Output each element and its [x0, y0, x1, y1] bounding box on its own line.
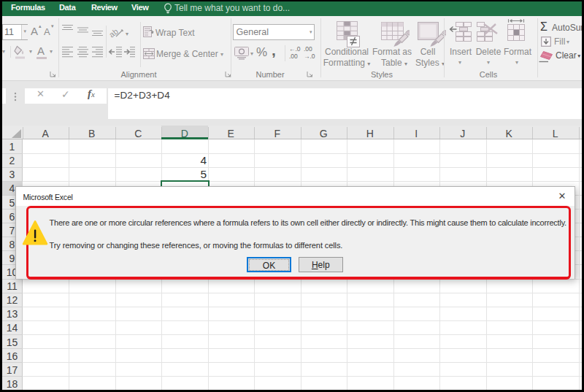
svg-text:ab: ab — [110, 26, 120, 37]
